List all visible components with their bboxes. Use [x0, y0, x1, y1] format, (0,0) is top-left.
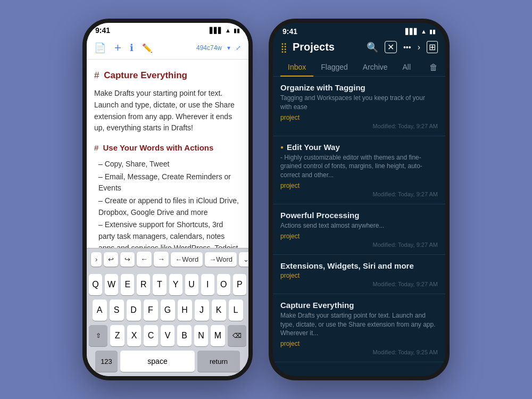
keyboard: Q W E R T Y U I O P A S D F G H J K L ⇧ …: [87, 270, 248, 376]
key-m[interactable]: M: [211, 325, 225, 346]
fullscreen-icon[interactable]: ⤢: [236, 44, 241, 52]
key-row-1: Q W E R T Y U I O P: [89, 274, 246, 295]
time-right: 9:41: [282, 27, 297, 36]
key-u[interactable]: U: [185, 274, 198, 295]
return-key[interactable]: return: [197, 351, 240, 372]
key-b[interactable]: B: [177, 325, 191, 346]
draft-item-2[interactable]: Powerful ProcessingActions send text alm…: [273, 204, 445, 255]
chevron-right-btn[interactable]: ›: [91, 252, 102, 267]
list-item-1: Email, Message, Create Reminders or Even…: [94, 171, 241, 194]
key-row-3: ⇧ Z X C V B N M ⌫: [89, 325, 246, 346]
layout-icon[interactable]: ⊞: [427, 41, 438, 53]
heading2-hash: #: [94, 143, 101, 152]
key-o[interactable]: O: [217, 274, 230, 295]
edit-icon[interactable]: ✏️: [142, 43, 153, 53]
nums-key[interactable]: 123: [95, 351, 118, 372]
left-phone: 9:41 ▋▋▋ ▲ ▮▮ 📄 + ℹ ✏️ 494c74w ▾ ⤢ # Cap…: [82, 19, 253, 380]
draft-preview-0: Tagging and Workspaces let you keep trac…: [280, 94, 438, 112]
draft-title-0: Organize with Tagging: [280, 83, 438, 92]
more-icon[interactable]: •••: [403, 43, 411, 52]
arrow-right-btn[interactable]: →: [154, 252, 169, 267]
fwd-word-btn[interactable]: →Word: [205, 252, 237, 267]
draft-title-2: Powerful Processing: [280, 211, 438, 220]
add-icon[interactable]: +: [114, 41, 121, 55]
key-r[interactable]: R: [137, 274, 150, 295]
wifi-icon-dark: ▲: [421, 28, 427, 35]
draft-item-0[interactable]: Organize with TaggingTagging and Workspa…: [273, 77, 445, 136]
key-g[interactable]: G: [161, 300, 175, 321]
key-k[interactable]: K: [212, 300, 226, 321]
draft-meta-2: Modified: Today, 9:27 AM: [280, 242, 438, 248]
arrow-left-btn[interactable]: ←: [137, 252, 152, 267]
signal-icon: ▋▋▋: [210, 27, 222, 34]
tab-archive[interactable]: Archive: [355, 59, 395, 77]
status-bar-right: 9:41 ▋▋▋ ▲ ▮▮: [273, 23, 445, 38]
keyboard-bar: › ↩ ↪ ← → ←Word →Word ⌄: [87, 248, 248, 270]
editor-toolbar: 📄 + ℹ ✏️ 494c74w ▾ ⤢: [87, 37, 248, 60]
key-t[interactable]: T: [153, 274, 166, 295]
key-j[interactable]: J: [195, 300, 209, 321]
chevron-icon[interactable]: ›: [418, 43, 420, 52]
paragraph1: Make Drafts your starting point for text…: [94, 88, 241, 134]
key-h[interactable]: H: [178, 300, 192, 321]
tabs-row: InboxFlaggedArchiveAll🗑: [273, 56, 445, 77]
chevron-down-icon[interactable]: ▾: [227, 44, 230, 52]
status-icons-right: ▋▋▋ ▲ ▮▮: [405, 28, 436, 35]
undo-btn[interactable]: ↩: [104, 252, 118, 267]
editor-content[interactable]: # Capture Everything Make Drafts your st…: [87, 60, 248, 248]
draft-item-4[interactable]: Capture EverythingMake Drafts your start…: [273, 294, 445, 362]
battery-icon: ▮▮: [234, 27, 240, 34]
list-item-0: Copy, Share, Tweet: [94, 159, 241, 170]
draft-preview-1: - Highly customizable editor with themes…: [280, 153, 438, 180]
backspace-key[interactable]: ⌫: [228, 325, 246, 346]
tab-flagged[interactable]: Flagged: [313, 59, 355, 77]
draft-item-1[interactable]: ●Edit Your Way- Highly customizable edit…: [273, 136, 445, 204]
shift-key[interactable]: ⇧: [89, 325, 107, 346]
key-q[interactable]: Q: [89, 274, 102, 295]
key-e[interactable]: E: [121, 274, 134, 295]
new-doc-icon[interactable]: 📄: [94, 42, 106, 54]
list-item-2: Create or append to files in iCloud Driv…: [94, 195, 241, 218]
search-icon[interactable]: 🔍: [367, 41, 378, 53]
key-v[interactable]: V: [161, 325, 174, 346]
key-l[interactable]: L: [229, 300, 243, 321]
key-c[interactable]: C: [144, 325, 157, 346]
key-n[interactable]: N: [194, 325, 208, 346]
info-icon[interactable]: ℹ: [130, 42, 134, 54]
key-z[interactable]: Z: [110, 325, 124, 346]
draft-meta-4: Modified: Today, 9:25 AM: [280, 349, 438, 355]
tab-all[interactable]: All: [395, 59, 419, 77]
key-y[interactable]: Y: [169, 274, 182, 295]
expand-btn[interactable]: ⌄: [239, 252, 253, 267]
draft-meta-1: Modified: Today, 9:27 AM: [280, 191, 438, 197]
key-f[interactable]: F: [144, 300, 158, 321]
back-word-btn[interactable]: ←Word: [171, 252, 203, 267]
space-key[interactable]: space: [120, 351, 195, 372]
key-i[interactable]: I: [201, 274, 214, 295]
list-item-3: Extensive support for Shortcuts, 3rd par…: [94, 219, 241, 248]
draft-tag-4: project: [280, 340, 438, 347]
wifi-icon: ▲: [225, 27, 231, 34]
draft-item-3[interactable]: Extensions, Widgets, Siri and moreprojec…: [273, 255, 445, 294]
status-icons-left: ▋▋▋ ▲ ▮▮: [210, 27, 240, 34]
draft-preview-2: Actions send text almost anywhere...: [280, 221, 438, 230]
key-w[interactable]: W: [105, 274, 118, 295]
grid-icon[interactable]: ⣿: [280, 41, 287, 53]
key-s[interactable]: S: [110, 300, 124, 321]
app-header: ⣿ Projects 🔍 ✕ ••• › ⊞: [273, 38, 445, 56]
draft-tag-3: project: [280, 272, 438, 279]
draft-title-4: Capture Everything: [280, 301, 438, 310]
trash-icon[interactable]: 🗑: [429, 63, 438, 72]
draft-meta-0: Modified: Today, 9:27 AM: [280, 123, 438, 129]
heading2: # Use Your Words with Actions: [94, 142, 241, 154]
heading1: # Capture Everything: [94, 68, 241, 82]
key-p[interactable]: P: [233, 274, 246, 295]
tab-inbox[interactable]: Inbox: [280, 59, 313, 77]
key-a[interactable]: A: [93, 300, 107, 321]
close-icon[interactable]: ✕: [385, 41, 397, 53]
key-d[interactable]: D: [127, 300, 141, 321]
redo-btn[interactable]: ↪: [120, 252, 135, 267]
draft-preview-4: Make Drafts your starting point for text…: [280, 311, 438, 338]
key-x[interactable]: X: [127, 325, 141, 346]
header-title: Projects: [293, 41, 335, 53]
